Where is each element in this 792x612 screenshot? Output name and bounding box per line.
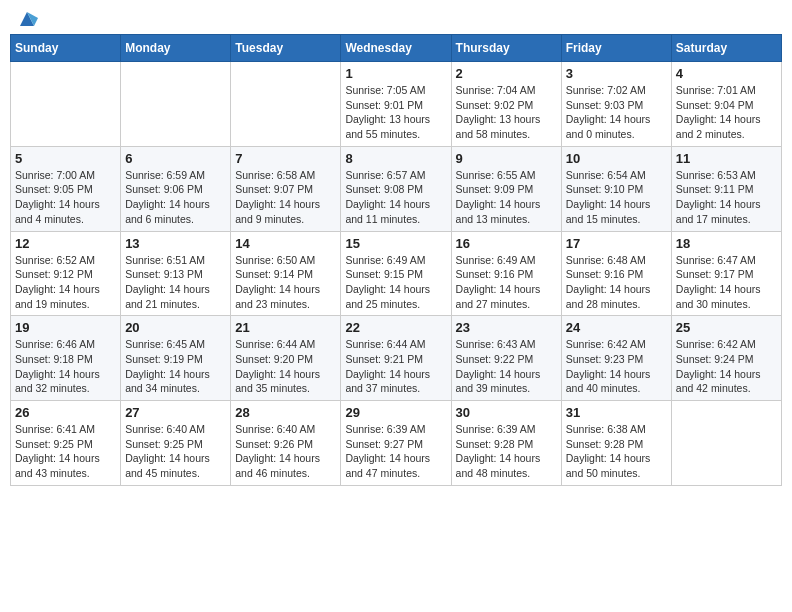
day-info: Sunrise: 7:04 AMSunset: 9:02 PMDaylight:… bbox=[456, 83, 557, 142]
day-number: 5 bbox=[15, 151, 116, 166]
calendar-body: 1Sunrise: 7:05 AMSunset: 9:01 PMDaylight… bbox=[11, 62, 782, 486]
calendar-week-2: 5Sunrise: 7:00 AMSunset: 9:05 PMDaylight… bbox=[11, 146, 782, 231]
day-number: 20 bbox=[125, 320, 226, 335]
day-info: Sunrise: 6:54 AMSunset: 9:10 PMDaylight:… bbox=[566, 168, 667, 227]
day-info: Sunrise: 7:02 AMSunset: 9:03 PMDaylight:… bbox=[566, 83, 667, 142]
calendar-cell: 7Sunrise: 6:58 AMSunset: 9:07 PMDaylight… bbox=[231, 146, 341, 231]
day-info: Sunrise: 6:50 AMSunset: 9:14 PMDaylight:… bbox=[235, 253, 336, 312]
calendar-cell: 10Sunrise: 6:54 AMSunset: 9:10 PMDayligh… bbox=[561, 146, 671, 231]
calendar-cell: 8Sunrise: 6:57 AMSunset: 9:08 PMDaylight… bbox=[341, 146, 451, 231]
calendar-cell: 24Sunrise: 6:42 AMSunset: 9:23 PMDayligh… bbox=[561, 316, 671, 401]
day-info: Sunrise: 6:40 AMSunset: 9:25 PMDaylight:… bbox=[125, 422, 226, 481]
day-number: 1 bbox=[345, 66, 446, 81]
day-number: 31 bbox=[566, 405, 667, 420]
day-number: 16 bbox=[456, 236, 557, 251]
calendar-cell: 14Sunrise: 6:50 AMSunset: 9:14 PMDayligh… bbox=[231, 231, 341, 316]
day-info: Sunrise: 6:53 AMSunset: 9:11 PMDaylight:… bbox=[676, 168, 777, 227]
day-number: 24 bbox=[566, 320, 667, 335]
day-number: 30 bbox=[456, 405, 557, 420]
day-number: 7 bbox=[235, 151, 336, 166]
day-info: Sunrise: 6:58 AMSunset: 9:07 PMDaylight:… bbox=[235, 168, 336, 227]
calendar-week-3: 12Sunrise: 6:52 AMSunset: 9:12 PMDayligh… bbox=[11, 231, 782, 316]
calendar-cell: 19Sunrise: 6:46 AMSunset: 9:18 PMDayligh… bbox=[11, 316, 121, 401]
calendar-cell: 26Sunrise: 6:41 AMSunset: 9:25 PMDayligh… bbox=[11, 401, 121, 486]
header-day-tuesday: Tuesday bbox=[231, 35, 341, 62]
header-row: SundayMondayTuesdayWednesdayThursdayFrid… bbox=[11, 35, 782, 62]
header-day-monday: Monday bbox=[121, 35, 231, 62]
calendar-cell: 9Sunrise: 6:55 AMSunset: 9:09 PMDaylight… bbox=[451, 146, 561, 231]
day-info: Sunrise: 6:57 AMSunset: 9:08 PMDaylight:… bbox=[345, 168, 446, 227]
day-number: 21 bbox=[235, 320, 336, 335]
day-info: Sunrise: 6:59 AMSunset: 9:06 PMDaylight:… bbox=[125, 168, 226, 227]
calendar-cell bbox=[671, 401, 781, 486]
calendar-table: SundayMondayTuesdayWednesdayThursdayFrid… bbox=[10, 34, 782, 486]
calendar-cell: 22Sunrise: 6:44 AMSunset: 9:21 PMDayligh… bbox=[341, 316, 451, 401]
day-number: 6 bbox=[125, 151, 226, 166]
day-info: Sunrise: 6:52 AMSunset: 9:12 PMDaylight:… bbox=[15, 253, 116, 312]
calendar-cell: 16Sunrise: 6:49 AMSunset: 9:16 PMDayligh… bbox=[451, 231, 561, 316]
day-info: Sunrise: 6:46 AMSunset: 9:18 PMDaylight:… bbox=[15, 337, 116, 396]
calendar-cell: 31Sunrise: 6:38 AMSunset: 9:28 PMDayligh… bbox=[561, 401, 671, 486]
calendar-cell: 27Sunrise: 6:40 AMSunset: 9:25 PMDayligh… bbox=[121, 401, 231, 486]
calendar-cell: 15Sunrise: 6:49 AMSunset: 9:15 PMDayligh… bbox=[341, 231, 451, 316]
calendar-week-5: 26Sunrise: 6:41 AMSunset: 9:25 PMDayligh… bbox=[11, 401, 782, 486]
day-number: 28 bbox=[235, 405, 336, 420]
day-number: 18 bbox=[676, 236, 777, 251]
day-number: 19 bbox=[15, 320, 116, 335]
calendar-cell: 17Sunrise: 6:48 AMSunset: 9:16 PMDayligh… bbox=[561, 231, 671, 316]
day-number: 4 bbox=[676, 66, 777, 81]
logo-icon bbox=[16, 8, 38, 30]
day-info: Sunrise: 6:48 AMSunset: 9:16 PMDaylight:… bbox=[566, 253, 667, 312]
header-day-saturday: Saturday bbox=[671, 35, 781, 62]
page-header bbox=[10, 10, 782, 26]
day-info: Sunrise: 6:40 AMSunset: 9:26 PMDaylight:… bbox=[235, 422, 336, 481]
day-info: Sunrise: 6:49 AMSunset: 9:16 PMDaylight:… bbox=[456, 253, 557, 312]
calendar-cell: 13Sunrise: 6:51 AMSunset: 9:13 PMDayligh… bbox=[121, 231, 231, 316]
day-number: 14 bbox=[235, 236, 336, 251]
day-number: 29 bbox=[345, 405, 446, 420]
day-number: 3 bbox=[566, 66, 667, 81]
calendar-cell bbox=[121, 62, 231, 147]
day-number: 27 bbox=[125, 405, 226, 420]
day-number: 26 bbox=[15, 405, 116, 420]
day-info: Sunrise: 6:39 AMSunset: 9:28 PMDaylight:… bbox=[456, 422, 557, 481]
calendar-cell bbox=[11, 62, 121, 147]
day-info: Sunrise: 6:39 AMSunset: 9:27 PMDaylight:… bbox=[345, 422, 446, 481]
calendar-cell: 2Sunrise: 7:04 AMSunset: 9:02 PMDaylight… bbox=[451, 62, 561, 147]
day-number: 10 bbox=[566, 151, 667, 166]
calendar-cell: 12Sunrise: 6:52 AMSunset: 9:12 PMDayligh… bbox=[11, 231, 121, 316]
day-info: Sunrise: 6:38 AMSunset: 9:28 PMDaylight:… bbox=[566, 422, 667, 481]
calendar-cell: 20Sunrise: 6:45 AMSunset: 9:19 PMDayligh… bbox=[121, 316, 231, 401]
day-number: 9 bbox=[456, 151, 557, 166]
day-number: 25 bbox=[676, 320, 777, 335]
calendar-cell: 5Sunrise: 7:00 AMSunset: 9:05 PMDaylight… bbox=[11, 146, 121, 231]
day-info: Sunrise: 6:44 AMSunset: 9:20 PMDaylight:… bbox=[235, 337, 336, 396]
day-info: Sunrise: 7:01 AMSunset: 9:04 PMDaylight:… bbox=[676, 83, 777, 142]
day-info: Sunrise: 6:45 AMSunset: 9:19 PMDaylight:… bbox=[125, 337, 226, 396]
calendar-cell: 6Sunrise: 6:59 AMSunset: 9:06 PMDaylight… bbox=[121, 146, 231, 231]
day-info: Sunrise: 6:42 AMSunset: 9:23 PMDaylight:… bbox=[566, 337, 667, 396]
day-number: 8 bbox=[345, 151, 446, 166]
calendar-cell: 23Sunrise: 6:43 AMSunset: 9:22 PMDayligh… bbox=[451, 316, 561, 401]
day-info: Sunrise: 6:42 AMSunset: 9:24 PMDaylight:… bbox=[676, 337, 777, 396]
day-number: 22 bbox=[345, 320, 446, 335]
logo bbox=[14, 10, 38, 26]
day-number: 2 bbox=[456, 66, 557, 81]
day-info: Sunrise: 6:44 AMSunset: 9:21 PMDaylight:… bbox=[345, 337, 446, 396]
day-number: 17 bbox=[566, 236, 667, 251]
day-number: 13 bbox=[125, 236, 226, 251]
calendar-cell: 1Sunrise: 7:05 AMSunset: 9:01 PMDaylight… bbox=[341, 62, 451, 147]
day-info: Sunrise: 6:49 AMSunset: 9:15 PMDaylight:… bbox=[345, 253, 446, 312]
day-info: Sunrise: 6:55 AMSunset: 9:09 PMDaylight:… bbox=[456, 168, 557, 227]
calendar-header: SundayMondayTuesdayWednesdayThursdayFrid… bbox=[11, 35, 782, 62]
calendar-cell: 18Sunrise: 6:47 AMSunset: 9:17 PMDayligh… bbox=[671, 231, 781, 316]
calendar-cell: 11Sunrise: 6:53 AMSunset: 9:11 PMDayligh… bbox=[671, 146, 781, 231]
calendar-cell: 3Sunrise: 7:02 AMSunset: 9:03 PMDaylight… bbox=[561, 62, 671, 147]
calendar-week-4: 19Sunrise: 6:46 AMSunset: 9:18 PMDayligh… bbox=[11, 316, 782, 401]
day-info: Sunrise: 6:47 AMSunset: 9:17 PMDaylight:… bbox=[676, 253, 777, 312]
calendar-week-1: 1Sunrise: 7:05 AMSunset: 9:01 PMDaylight… bbox=[11, 62, 782, 147]
day-info: Sunrise: 6:41 AMSunset: 9:25 PMDaylight:… bbox=[15, 422, 116, 481]
calendar-cell: 30Sunrise: 6:39 AMSunset: 9:28 PMDayligh… bbox=[451, 401, 561, 486]
calendar-cell: 21Sunrise: 6:44 AMSunset: 9:20 PMDayligh… bbox=[231, 316, 341, 401]
day-info: Sunrise: 6:43 AMSunset: 9:22 PMDaylight:… bbox=[456, 337, 557, 396]
